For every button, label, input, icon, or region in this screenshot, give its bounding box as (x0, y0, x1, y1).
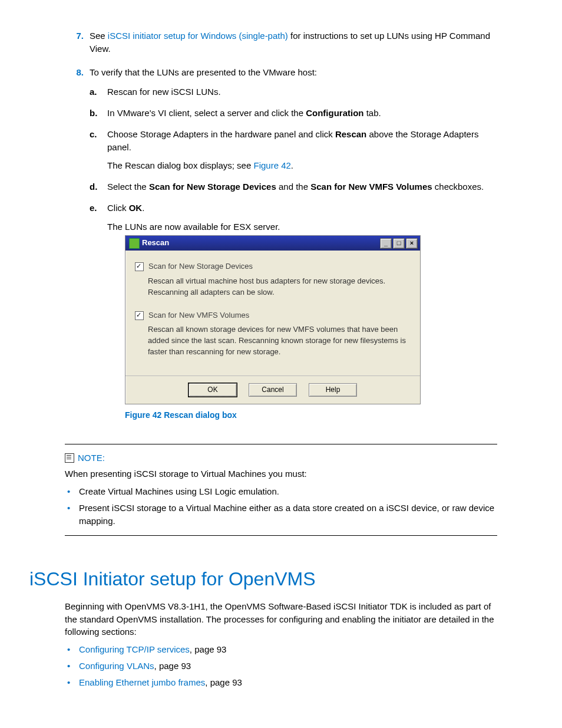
note-label: NOTE: (78, 452, 105, 465)
note-icon (65, 453, 74, 463)
divider (65, 444, 497, 444)
substep-marker: c. (90, 128, 107, 172)
bullet-text: Present iSCSI storage to a Virtual Machi… (79, 502, 497, 528)
text: , page 93 (205, 677, 242, 687)
step-8: 8. To verify that the LUNs are presented… (65, 66, 497, 430)
dialog-title: Rescan (142, 238, 169, 249)
text: , page 93 (154, 661, 191, 671)
substeps: a. Rescan for new iSCSI LUNs. b. In VMwa… (90, 85, 497, 421)
substep-b: b. In VMware's VI client, select a serve… (90, 107, 497, 120)
dialog-titlebar: Rescan _ □ × (125, 236, 420, 251)
close-button[interactable]: × (406, 238, 418, 249)
checkbox-scan-storage[interactable] (135, 262, 144, 271)
step-number: 7. (65, 29, 90, 55)
substep-c: c. Choose Storage Adapters in the hardwa… (90, 128, 497, 172)
app-icon (129, 238, 140, 249)
substep-marker: b. (90, 107, 107, 120)
option-description: Rescan all known storage devices for new… (148, 324, 411, 358)
ordered-steps: 7. See iSCSI initiator setup for Windows… (65, 29, 497, 430)
minimize-button[interactable]: _ (380, 238, 392, 249)
divider (65, 535, 497, 536)
step-number: 8. (65, 66, 90, 430)
checkbox-label: Scan for New VMFS Volumes (148, 310, 249, 321)
link-jumbo[interactable]: Enabling Ethernet jumbo frames (79, 677, 205, 687)
text: To verify that the LUNs are presented to… (90, 67, 317, 77)
bullet-text: Create Virtual Machines using LSI Logic … (79, 485, 497, 498)
note-intro: When presenting iSCSI storage to Virtual… (65, 467, 497, 480)
substep-d: d. Select the Scan for New Storage Devic… (90, 180, 497, 193)
step-7: 7. See iSCSI initiator setup for Windows… (65, 29, 497, 55)
substep-marker: d. (90, 180, 107, 193)
maximize-button[interactable]: □ (393, 238, 405, 249)
link-tcpip[interactable]: Configuring TCP/IP services (79, 644, 190, 654)
text: Choose Storage Adapters in the hardware … (107, 128, 497, 172)
text: See (90, 31, 108, 41)
text: Select the Scan for New Storage Devices … (107, 180, 497, 193)
cancel-button[interactable]: Cancel (249, 383, 297, 397)
substep-a: a. Rescan for new iSCSI LUNs. (90, 85, 497, 98)
text: , page 93 (190, 644, 227, 654)
text: Click OK. The LUNs are now available for… (107, 202, 497, 421)
section-paragraph: Beginning with OpenVMS V8.3-1H1, the Ope… (65, 600, 497, 638)
note-heading: NOTE: (65, 452, 497, 465)
substep-marker: a. (90, 85, 107, 98)
section-links: Configuring TCP/IP services, page 93 Con… (65, 643, 497, 689)
ok-button[interactable]: OK (189, 383, 237, 397)
link-iscsi-windows[interactable]: iSCSI initiator setup for Windows (singl… (108, 31, 288, 41)
link-figure-42[interactable]: Figure 42 (253, 160, 290, 170)
substep-e: e. Click OK. The LUNs are now available … (90, 202, 497, 421)
step-body: See iSCSI initiator setup for Windows (s… (90, 29, 497, 55)
section-heading: iSCSI Initiator setup for OpenVMS (29, 565, 497, 592)
rescan-dialog: Rescan _ □ × (125, 235, 421, 404)
checkbox-label: Scan for New Storage Devices (148, 261, 253, 272)
substep-marker: e. (90, 202, 107, 421)
text: Rescan for new iSCSI LUNs. (107, 85, 497, 98)
option-description: Rescan all virtual machine host bus adap… (148, 276, 411, 298)
help-button[interactable]: Help (309, 383, 357, 397)
checkbox-scan-vmfs[interactable] (135, 311, 144, 320)
step-body: To verify that the LUNs are presented to… (90, 66, 497, 430)
note-bullets: Create Virtual Machines using LSI Logic … (65, 485, 497, 527)
figure-caption: Figure 42 Rescan dialog box (125, 409, 497, 421)
text: In VMware's VI client, select a server a… (107, 107, 497, 120)
link-vlans[interactable]: Configuring VLANs (79, 661, 154, 671)
